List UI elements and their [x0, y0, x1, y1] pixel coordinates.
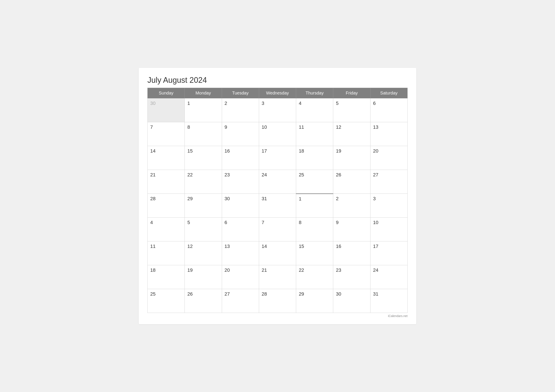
calendar-cell[interactable]: 25 — [148, 289, 185, 313]
calendar-cell[interactable]: 30 — [333, 289, 370, 313]
calendar-cell[interactable]: 16 — [333, 241, 370, 265]
calendar-cell[interactable]: 1 — [296, 194, 333, 218]
calendar-cell[interactable]: 26 — [333, 170, 370, 194]
calendar-cell[interactable]: 10 — [370, 218, 407, 241]
calendar-cell[interactable]: 1 — [185, 98, 222, 122]
header-cell-sunday: Sunday — [148, 88, 185, 98]
week-row-7: 18192021222324 — [148, 265, 408, 289]
calendar-cell[interactable]: 5 — [333, 98, 370, 122]
week-row-5: 45678910 — [148, 218, 408, 241]
calendar-cell[interactable]: 9 — [222, 122, 259, 146]
header-row: SundayMondayTuesdayWednesdayThursdayFrid… — [148, 88, 408, 98]
calendar-cell[interactable]: 3 — [259, 98, 296, 122]
header-cell-friday: Friday — [333, 88, 370, 98]
calendar-cell[interactable]: 28 — [148, 194, 185, 218]
calendar-cell[interactable]: 4 — [296, 98, 333, 122]
calendar-cell[interactable]: 22 — [185, 170, 222, 194]
calendar-cell[interactable]: 29 — [296, 289, 333, 313]
week-row-1: 78910111213 — [148, 122, 408, 146]
calendar-cell[interactable]: 7 — [148, 122, 185, 146]
calendar-title: July August 2024 — [147, 76, 408, 85]
calendar-table: SundayMondayTuesdayWednesdayThursdayFrid… — [147, 88, 408, 313]
calendar-cell[interactable]: 3 — [370, 194, 407, 218]
calendar-cell[interactable]: 23 — [333, 265, 370, 289]
calendar-cell[interactable]: 27 — [370, 170, 407, 194]
calendar-cell[interactable]: 24 — [259, 170, 296, 194]
calendar-cell[interactable]: 12 — [333, 122, 370, 146]
calendar-header: SundayMondayTuesdayWednesdayThursdayFrid… — [148, 88, 408, 98]
calendar-cell[interactable]: 15 — [296, 241, 333, 265]
calendar-cell[interactable]: 4 — [148, 218, 185, 241]
calendar-cell[interactable]: 31 — [370, 289, 407, 313]
calendar-cell[interactable]: 29 — [185, 194, 222, 218]
calendar-cell[interactable]: 19 — [185, 265, 222, 289]
calendar-cell[interactable]: 18 — [148, 265, 185, 289]
calendar-cell[interactable]: 21 — [259, 265, 296, 289]
week-row-3: 21222324252627 — [148, 170, 408, 194]
week-row-4: 28293031123 — [148, 194, 408, 218]
header-cell-thursday: Thursday — [296, 88, 333, 98]
calendar-cell[interactable]: 20 — [222, 265, 259, 289]
calendar-cell[interactable]: 2 — [333, 194, 370, 218]
calendar-cell[interactable]: 14 — [148, 146, 185, 170]
calendar-cell[interactable]: 8 — [185, 122, 222, 146]
week-row-0: 30123456 — [148, 98, 408, 122]
calendar-body: 3012345678910111213141516171819202122232… — [148, 98, 408, 313]
calendar-cell[interactable]: 20 — [370, 146, 407, 170]
calendar-cell[interactable]: 15 — [185, 146, 222, 170]
week-row-8: 25262728293031 — [148, 289, 408, 313]
calendar-cell[interactable]: 6 — [222, 218, 259, 241]
calendar-cell[interactable]: 7 — [259, 218, 296, 241]
calendar-cell[interactable]: 11 — [148, 241, 185, 265]
header-cell-monday: Monday — [185, 88, 222, 98]
calendar-cell[interactable]: 31 — [259, 194, 296, 218]
calendar-cell[interactable]: 14 — [259, 241, 296, 265]
calendar-cell[interactable]: 24 — [370, 265, 407, 289]
week-row-6: 11121314151617 — [148, 241, 408, 265]
calendar-cell[interactable]: 30 — [148, 98, 185, 122]
calendar-container: July August 2024 SundayMondayTuesdayWedn… — [139, 68, 416, 324]
calendar-cell[interactable]: 27 — [222, 289, 259, 313]
calendar-cell[interactable]: 12 — [185, 241, 222, 265]
calendar-cell[interactable]: 16 — [222, 146, 259, 170]
header-cell-saturday: Saturday — [370, 88, 407, 98]
calendar-cell[interactable]: 5 — [185, 218, 222, 241]
header-cell-tuesday: Tuesday — [222, 88, 259, 98]
calendar-cell[interactable]: 22 — [296, 265, 333, 289]
calendar-cell[interactable]: 28 — [259, 289, 296, 313]
calendar-cell[interactable]: 26 — [185, 289, 222, 313]
calendar-cell[interactable]: 25 — [296, 170, 333, 194]
calendar-cell[interactable]: 30 — [222, 194, 259, 218]
calendar-cell[interactable]: 11 — [296, 122, 333, 146]
calendar-cell[interactable]: 17 — [370, 241, 407, 265]
calendar-cell[interactable]: 13 — [370, 122, 407, 146]
week-row-2: 14151617181920 — [148, 146, 408, 170]
calendar-cell[interactable]: 21 — [148, 170, 185, 194]
calendar-cell[interactable]: 6 — [370, 98, 407, 122]
calendar-cell[interactable]: 2 — [222, 98, 259, 122]
calendar-cell[interactable]: 10 — [259, 122, 296, 146]
watermark: iCalendars.net — [147, 314, 408, 318]
calendar-cell[interactable]: 9 — [333, 218, 370, 241]
header-cell-wednesday: Wednesday — [259, 88, 296, 98]
calendar-cell[interactable]: 13 — [222, 241, 259, 265]
calendar-cell[interactable]: 23 — [222, 170, 259, 194]
calendar-cell[interactable]: 8 — [296, 218, 333, 241]
calendar-cell[interactable]: 18 — [296, 146, 333, 170]
calendar-cell[interactable]: 19 — [333, 146, 370, 170]
calendar-cell[interactable]: 17 — [259, 146, 296, 170]
